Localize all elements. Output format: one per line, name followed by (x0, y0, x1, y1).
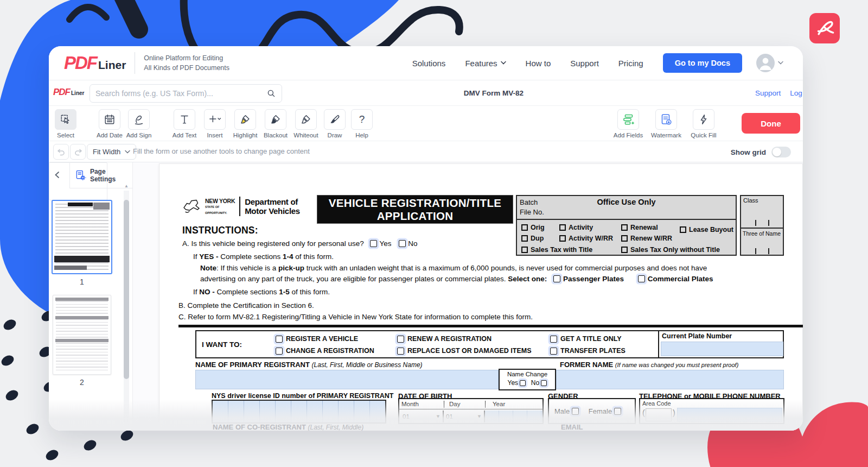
i-want-to-box: I WANT TO: REGISTER A VEHICLE CHANGE A R… (195, 330, 784, 358)
dob-box: Month Day Year 01▼ 01▼ (398, 398, 544, 424)
name-change-yes-checkbox[interactable] (520, 380, 526, 386)
phone-number-input[interactable] (677, 408, 782, 422)
tool-select[interactable]: Select (53, 109, 78, 138)
select-cursor-icon (55, 109, 76, 130)
scrollbar-thumb[interactable] (124, 200, 129, 379)
tool-watermark[interactable]: Watermark (649, 109, 684, 138)
pdfliner-logo[interactable]: PDF Liner (64, 53, 126, 73)
document-header-bar: PDF Liner DMV Form MV-82 Support Log in (49, 80, 803, 106)
dob-day-select[interactable]: 01▼ (444, 411, 485, 422)
login-link[interactable]: Log in (790, 89, 803, 97)
gender-female-checkbox[interactable] (614, 408, 621, 415)
page-thumbnail-2[interactable] (53, 295, 111, 375)
gender-box: Male Female (548, 398, 636, 424)
tool-add-text[interactable]: Add Text (169, 109, 200, 138)
nav-features[interactable]: Features (465, 59, 506, 68)
tool-draw[interactable]: Draw (321, 109, 348, 138)
go-to-my-docs-button[interactable]: Go to my Docs (663, 53, 742, 73)
renew-wrr-checkbox[interactable] (621, 235, 628, 242)
change-registration-checkbox[interactable] (276, 348, 283, 355)
sales-tax-title-checkbox[interactable] (521, 247, 528, 253)
pdf-app-icon (809, 13, 840, 43)
tool-help[interactable]: ? Help (348, 109, 375, 138)
tool-add-sign[interactable]: Add Sign (125, 109, 153, 138)
tool-quick-fill[interactable]: Quick Fill (688, 109, 719, 138)
current-plate-input[interactable] (661, 342, 783, 356)
lease-buyout-checkbox[interactable] (680, 226, 686, 233)
pdfliner-logo-small[interactable]: PDF Liner (53, 87, 84, 98)
redo-button[interactable] (70, 144, 86, 160)
gender-male-checkbox[interactable] (572, 408, 579, 415)
question-icon: ? (351, 109, 373, 130)
dup-checkbox[interactable] (521, 235, 528, 242)
personal-use-no-checkbox[interactable] (399, 240, 406, 247)
register-vehicle-checkbox[interactable] (276, 336, 283, 343)
tool-add-fields[interactable]: Add Fields (612, 109, 644, 138)
plus-dropdown-icon (204, 109, 226, 130)
done-button[interactable]: Done (742, 113, 800, 134)
nav-pricing[interactable]: Pricing (618, 59, 643, 68)
chevron-down-icon (125, 150, 130, 154)
search-forms-box[interactable] (90, 84, 282, 103)
dob-month-select[interactable]: 01▼ (400, 411, 444, 422)
commercial-plates-checkbox[interactable] (638, 275, 645, 282)
if-yes-line: If YES - Complete sections 1-4 of this f… (193, 253, 334, 261)
primary-registrant-label: NAME OF PRIMARY REGISTRANT (Last, First,… (195, 361, 423, 369)
nav-support[interactable]: Support (570, 59, 599, 68)
collapse-sidebar-button[interactable] (51, 169, 63, 181)
pages-sidebar: Page Settings 1 2 ▲ (49, 162, 133, 431)
replace-items-checkbox[interactable] (397, 348, 404, 355)
former-name-label: FORMER NAME (If name was changed you mus… (560, 361, 738, 369)
tool-insert[interactable]: Insert (200, 109, 230, 138)
document-canvas: NEW YORK STATE OF OPPORTUNITY. Departmen… (133, 162, 803, 431)
support-link[interactable]: Support (755, 89, 781, 97)
nav-how-to[interactable]: How to (526, 59, 551, 68)
co-registrant-label-faded: NAME OF CO-REGISTRANT (Last, First, Midd… (213, 423, 363, 431)
thumbnail-sketch (56, 298, 108, 371)
orig-checkbox[interactable] (521, 224, 528, 231)
renew-registration-checkbox[interactable] (397, 336, 404, 343)
sign-pen-icon (128, 109, 150, 130)
tool-blackout[interactable]: Blackout (260, 109, 291, 138)
primary-registrant-input[interactable] (195, 370, 499, 389)
sidebar-scrollbar[interactable] (124, 191, 129, 431)
nav-solutions[interactable]: Solutions (412, 59, 446, 68)
tool-whiteout[interactable]: Whiteout (291, 109, 321, 138)
site-header: PDF Liner Online Platform for Editing Al… (49, 46, 803, 80)
section-divider-bar (178, 325, 803, 327)
class-box: Class Three of Name (740, 195, 784, 256)
pdf-page[interactable]: NEW YORK STATE OF OPPORTUNITY. Departmen… (159, 163, 803, 431)
undo-icon (56, 147, 67, 157)
activity-checkbox[interactable] (559, 224, 566, 231)
dob-year-input[interactable] (485, 411, 542, 422)
area-code-input[interactable] (646, 408, 672, 421)
renewal-checkbox[interactable] (621, 224, 628, 231)
logo-text-pdf: PDF (64, 53, 97, 73)
account-menu[interactable] (756, 54, 783, 72)
sales-tax-only-checkbox[interactable] (621, 247, 628, 253)
get-title-only-checkbox[interactable] (550, 336, 557, 343)
scroll-up-arrow[interactable]: ▲ (124, 184, 129, 188)
transfer-plates-checkbox[interactable] (550, 348, 557, 355)
former-name-input[interactable] (556, 370, 784, 389)
activity-wrr-checkbox[interactable] (559, 235, 566, 242)
zoom-mode-dropdown[interactable]: Fit Width (87, 144, 136, 160)
search-input[interactable] (95, 89, 266, 98)
tool-highlight[interactable]: Highlight (230, 109, 260, 138)
note-line-2: advertising on any part of the truck, yo… (200, 275, 713, 283)
personal-use-yes-checkbox[interactable] (370, 240, 377, 247)
license-id-input[interactable] (212, 400, 386, 424)
page-settings-icon (75, 169, 86, 181)
page-number-1[interactable]: 1 (52, 277, 112, 286)
email-label-faded: EMAIL (561, 423, 583, 431)
page-number-2[interactable]: 2 (52, 378, 112, 387)
name-change-no-checkbox[interactable] (541, 380, 547, 386)
page-thumbnail-1[interactable] (52, 200, 112, 274)
show-grid-toggle[interactable] (771, 147, 791, 157)
line-c: C. Refer to form MV-82.1 Registering/Tit… (178, 313, 533, 321)
tool-add-date[interactable]: Add Date (94, 109, 125, 138)
passenger-plates-checkbox[interactable] (553, 275, 560, 282)
instructions-heading: INSTRUCTIONS: (182, 225, 258, 236)
search-icon[interactable] (266, 89, 276, 98)
undo-button[interactable] (53, 144, 69, 160)
